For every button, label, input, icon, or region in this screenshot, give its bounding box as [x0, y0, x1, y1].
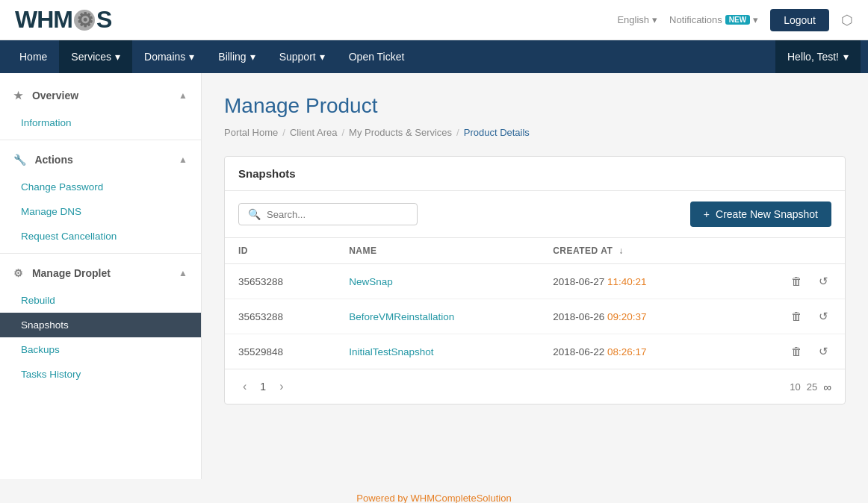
cell-actions: 🗑 ↺ — [725, 334, 845, 369]
breadcrumb-client-area[interactable]: Client Area — [290, 127, 338, 138]
table-row: 35653288 NewSnap 2018-06-27 11:40:21 🗑 ↺ — [225, 264, 845, 299]
sidebar-section-overview-label: Overview — [32, 90, 78, 101]
cell-time: 08:26:17 — [607, 346, 647, 357]
notifications-chevron-icon: ▾ — [753, 14, 758, 25]
user-menu[interactable]: Hello, Test! ▾ — [775, 40, 861, 73]
nav-support-label: Support — [279, 51, 316, 63]
notifications-label: Notifications — [669, 14, 722, 25]
nav-item-support[interactable]: Support ▾ — [267, 40, 337, 73]
table-row: 35653288 BeforeVMReinstallation 2018-06-… — [225, 299, 845, 334]
table-header-row: ID NAME CREATED AT ↓ — [225, 238, 845, 264]
sidebar-item-tasks-history[interactable]: Tasks History — [0, 362, 201, 387]
restore-icon[interactable]: ↺ — [816, 343, 831, 360]
sidebar-section-overview: ★ Overview ▲ Information — [0, 81, 201, 135]
delete-icon[interactable]: 🗑 — [788, 343, 805, 359]
sidebar-section-actions-label: Actions — [34, 154, 72, 166]
overview-chevron-icon: ▲ — [179, 90, 187, 101]
gear-icon: ⚙ — [13, 267, 23, 279]
breadcrumb-my-products[interactable]: My Products & Services — [349, 127, 452, 138]
cell-name[interactable]: NewSnap — [335, 264, 539, 299]
sort-arrow-icon[interactable]: ↓ — [619, 246, 624, 256]
search-icon: 🔍 — [248, 208, 261, 220]
sidebar: ★ Overview ▲ Information 🔧 Actions ▲ Cha… — [0, 73, 202, 479]
sidebar-item-backups[interactable]: Backups — [0, 337, 201, 362]
sidebar-item-change-password[interactable]: Change Password — [0, 175, 201, 199]
next-page-button[interactable]: › — [275, 378, 288, 395]
sidebar-section-header-overview[interactable]: ★ Overview ▲ — [0, 81, 201, 110]
nav-item-open-ticket[interactable]: Open Ticket — [337, 40, 417, 73]
sidebar-section-actions: 🔧 Actions ▲ Change Password Manage DNS R… — [0, 145, 201, 249]
wrench-icon: 🔧 — [13, 154, 26, 166]
current-page-number: 1 — [255, 379, 270, 394]
cell-time: 11:40:21 — [607, 276, 647, 287]
sidebar-item-request-cancellation[interactable]: Request Cancellation — [0, 224, 201, 249]
panel-toolbar: 🔍 + Create New Snapshot — [225, 191, 845, 238]
create-plus-icon: + — [704, 208, 710, 220]
sidebar-item-information[interactable]: Information — [0, 110, 201, 135]
sidebar-item-manage-dns[interactable]: Manage DNS — [0, 199, 201, 224]
sidebar-item-rebuild[interactable]: Rebuild — [0, 288, 201, 313]
search-input[interactable] — [267, 209, 408, 220]
nav-support-chevron-icon: ▾ — [320, 51, 325, 63]
actions-chevron-icon: ▲ — [179, 154, 187, 165]
sidebar-section-header-actions[interactable]: 🔧 Actions ▲ — [0, 145, 201, 175]
page-title: Manage Product — [224, 94, 846, 118]
cell-id: 35653288 — [225, 264, 335, 299]
nav-item-home[interactable]: Home — [7, 40, 59, 73]
cell-name[interactable]: InitialTestSnapshot — [335, 334, 539, 369]
breadcrumb-sep-3: / — [456, 127, 459, 138]
sidebar-item-snapshots[interactable]: Snapshots — [0, 313, 201, 337]
pagination-pages: ‹ 1 › — [238, 378, 288, 395]
cell-date: 2018-06-27 11:40:21 — [539, 264, 725, 299]
cell-id: 35529848 — [225, 334, 335, 369]
logo-text-left: WHM — [15, 6, 72, 34]
cell-actions: 🗑 ↺ — [725, 264, 845, 299]
page-size-25[interactable]: 25 — [807, 381, 817, 393]
language-chevron-icon: ▾ — [652, 14, 657, 25]
col-header-created-at: CREATED AT ↓ — [539, 238, 725, 264]
notifications-badge: NEW — [725, 15, 750, 25]
cell-time: 09:20:37 — [607, 311, 647, 322]
sidebar-section-manage-droplet: ⚙ Manage Droplet ▲ Rebuild Snapshots Bac… — [0, 258, 201, 387]
breadcrumb-product-details: Product Details — [464, 127, 530, 138]
sidebar-section-header-manage-droplet[interactable]: ⚙ Manage Droplet ▲ — [0, 258, 201, 288]
logout-button[interactable]: Logout — [770, 9, 829, 31]
snapshots-panel: Snapshots 🔍 + Create New Snapshot ID NAM… — [224, 156, 846, 404]
cell-id: 35653288 — [225, 299, 335, 334]
nav-item-billing[interactable]: Billing ▾ — [206, 40, 267, 73]
col-header-actions — [725, 238, 845, 264]
logo-text-right: S — [96, 6, 111, 34]
delete-icon[interactable]: 🗑 — [788, 308, 805, 324]
language-selector[interactable]: English ▾ — [617, 14, 657, 25]
cell-date: 2018-06-26 09:20:37 — [539, 299, 725, 334]
breadcrumb-sep-2: / — [341, 127, 344, 138]
cell-actions: 🗑 ↺ — [725, 299, 845, 334]
nav-billing-chevron-icon: ▾ — [250, 51, 255, 63]
logo: WHM ⚙ S — [15, 6, 111, 34]
breadcrumb-portal-home[interactable]: Portal Home — [224, 127, 278, 138]
delete-icon[interactable]: 🗑 — [788, 273, 805, 289]
sidebar-section-manage-droplet-label: Manage Droplet — [32, 267, 111, 279]
page-size-10[interactable]: 10 — [790, 381, 800, 393]
table-row: 35529848 InitialTestSnapshot 2018-06-22 … — [225, 334, 845, 369]
cell-name[interactable]: BeforeVMReinstallation — [335, 299, 539, 334]
footer: Powered by WHMCompleteSolution — [0, 479, 868, 503]
nav-services-chevron-icon: ▾ — [115, 51, 120, 63]
nav-domains-chevron-icon: ▾ — [189, 51, 194, 63]
pagination: ‹ 1 › 10 25 ∞ — [225, 369, 845, 404]
top-bar: WHM ⚙ S English ▾ Notifications NEW ▾ Lo… — [0, 0, 868, 40]
user-icon-button[interactable]: ⬡ — [841, 12, 853, 28]
nav-services-label: Services — [71, 51, 111, 63]
restore-icon[interactable]: ↺ — [816, 308, 831, 325]
notifications-link[interactable]: Notifications NEW ▾ — [669, 14, 758, 25]
page-size-inf[interactable]: ∞ — [823, 381, 831, 393]
prev-page-button[interactable]: ‹ — [238, 378, 251, 395]
snapshots-table: ID NAME CREATED AT ↓ 35653288 NewSnap 20… — [225, 238, 845, 369]
create-snapshot-label: Create New Snapshot — [716, 208, 818, 220]
user-greeting: Hello, Test! — [787, 51, 839, 63]
restore-icon[interactable]: ↺ — [816, 273, 831, 290]
nav-item-domains[interactable]: Domains ▾ — [132, 40, 206, 73]
create-snapshot-button[interactable]: + Create New Snapshot — [690, 201, 831, 227]
nav-item-services[interactable]: Services ▾ — [59, 40, 132, 73]
page-size-options: 10 25 ∞ — [790, 381, 831, 393]
